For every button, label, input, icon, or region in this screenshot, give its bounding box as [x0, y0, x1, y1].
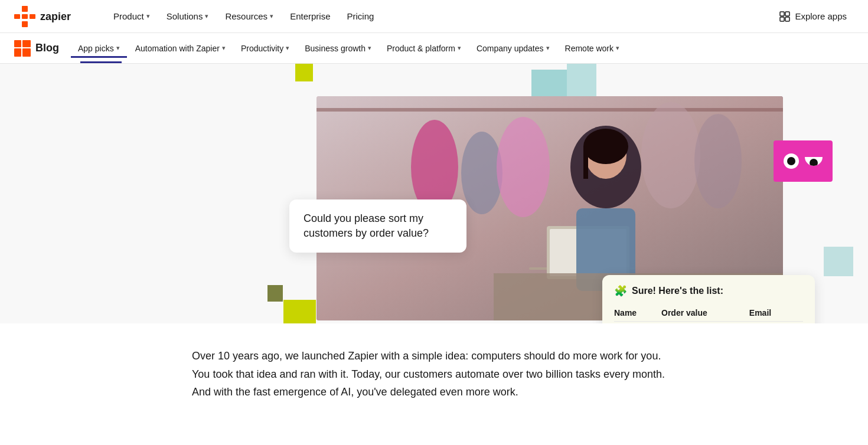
svg-point-18: [497, 117, 550, 217]
product-chevron-icon: ▾: [146, 12, 150, 20]
svg-rect-2: [22, 14, 28, 19]
logo[interactable]: zapier: [14, 6, 87, 27]
article-intro-paragraph: Over 10 years ago, we launched Zapier wi…: [180, 347, 688, 401]
remote-work-chevron-icon: ▾: [616, 44, 619, 52]
svg-rect-24: [583, 146, 588, 179]
chat-bubble: Could you please sort my customers by or…: [289, 199, 466, 253]
pupil-right: [810, 159, 818, 166]
apps-grid-icon: [779, 11, 790, 22]
eye-left: [784, 153, 799, 169]
product-platform-chevron-icon: ▾: [458, 44, 461, 52]
productivity-chevron-icon: ▾: [286, 44, 289, 52]
chat-text: Could you please sort my customers by or…: [304, 211, 452, 241]
svg-point-20: [694, 114, 742, 208]
eye-right-half: [805, 157, 823, 166]
response-title: Sure! Here's the list:: [632, 286, 723, 296]
svg-rect-6: [780, 12, 784, 16]
puzzle-icon: 🧩: [614, 284, 627, 297]
active-nav-underline: [80, 61, 122, 63]
svg-point-17: [461, 132, 502, 214]
svg-rect-1: [22, 6, 28, 12]
zapier-wordmark: zapier: [40, 11, 87, 22]
blog-nav-automation[interactable]: Automation with Zapier ▾: [128, 39, 233, 58]
svg-rect-12: [22, 40, 31, 47]
table-header-row: Name Order value Email: [614, 305, 803, 322]
deco-sq-9: [267, 285, 283, 302]
hero-section: Could you please sort my customers by or…: [0, 64, 868, 323]
app-picks-chevron-icon: ▾: [116, 44, 120, 52]
svg-rect-0: [14, 14, 20, 19]
content-section: Over 10 years ago, we launched Zapier wi…: [180, 323, 688, 425]
svg-rect-9: [785, 17, 789, 21]
deco-sq-3: [567, 64, 596, 99]
face-decoration: [774, 140, 833, 182]
blog-nav-app-picks[interactable]: App picks ▾: [71, 39, 127, 58]
svg-rect-7: [785, 12, 789, 16]
col-order-header: Order value: [661, 305, 749, 322]
automation-chevron-icon: ▾: [222, 44, 226, 52]
blog-nav-remote-work[interactable]: Remote work ▾: [558, 39, 626, 58]
nav-resources[interactable]: Resources ▾: [218, 6, 280, 26]
deco-sq-8: [283, 300, 316, 323]
company-updates-chevron-icon: ▾: [546, 44, 550, 52]
cell-email-alice: alice@: [749, 322, 803, 324]
nav-pricing[interactable]: Pricing: [340, 6, 381, 26]
deco-sq-11: [824, 247, 853, 276]
top-nav: zapier Product ▾ Solutions ▾ Resources ▾…: [0, 0, 868, 33]
svg-rect-4: [30, 14, 35, 19]
top-nav-links: Product ▾ Solutions ▾ Resources ▾ Enterp…: [106, 6, 768, 26]
response-table: Name Order value Email Alice $453 alice@…: [614, 305, 803, 323]
svg-rect-8: [780, 17, 784, 21]
col-name-header: Name: [614, 305, 661, 322]
blog-nav-company-updates[interactable]: Company updates ▾: [469, 39, 557, 58]
svg-rect-11: [14, 48, 21, 57]
cell-order-alice: $453: [661, 322, 749, 324]
nav-enterprise[interactable]: Enterprise: [283, 6, 337, 26]
blog-logo[interactable]: Blog: [14, 40, 59, 57]
col-email-header: Email: [749, 305, 803, 322]
svg-point-23: [583, 129, 628, 164]
blog-label: Blog: [35, 42, 59, 54]
svg-text:zapier: zapier: [40, 11, 71, 22]
svg-rect-3: [22, 21, 28, 27]
resources-chevron-icon: ▾: [270, 12, 273, 20]
blog-nav-business-growth[interactable]: Business growth ▾: [298, 39, 378, 58]
blog-nav-items: App picks ▾ Automation with Zapier ▾ Pro…: [71, 39, 626, 58]
face-eyes: [784, 153, 823, 169]
svg-rect-10: [14, 40, 21, 47]
zapier-logo-icon: [14, 6, 35, 27]
business-growth-chevron-icon: ▾: [368, 44, 371, 52]
response-card: 🧩 Sure! Here's the list: Name Order valu…: [602, 275, 815, 323]
blog-nav-productivity[interactable]: Productivity ▾: [234, 39, 296, 58]
explore-apps-button[interactable]: Explore apps: [772, 6, 854, 27]
top-nav-right: Explore apps: [772, 6, 854, 27]
response-header: 🧩 Sure! Here's the list:: [614, 284, 803, 297]
nav-product[interactable]: Product ▾: [106, 6, 157, 26]
blog-nav-product-platform[interactable]: Product & platform ▾: [380, 39, 468, 58]
solutions-chevron-icon: ▾: [205, 12, 208, 20]
deco-sq-1: [295, 64, 313, 81]
blog-logo-icon: [14, 40, 31, 57]
blog-nav: Blog App picks ▾ Automation with Zapier …: [0, 33, 868, 64]
cell-name-alice: Alice: [614, 322, 661, 324]
table-row: Alice $453 alice@: [614, 322, 803, 324]
svg-point-19: [641, 102, 700, 208]
svg-rect-13: [22, 48, 31, 57]
nav-solutions[interactable]: Solutions ▾: [159, 6, 216, 26]
pupil-left: [787, 157, 795, 165]
svg-rect-15: [316, 108, 783, 112]
